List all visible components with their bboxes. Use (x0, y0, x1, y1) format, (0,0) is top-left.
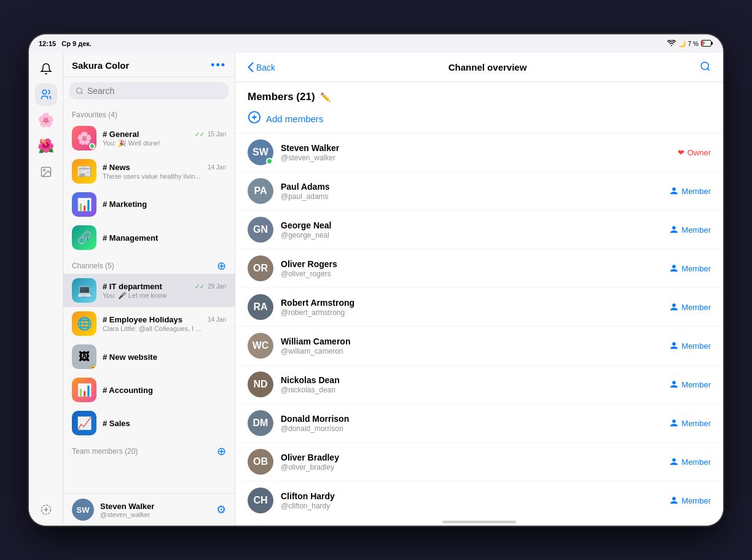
chat-time-holidays: 14 Jan (208, 316, 226, 323)
footer-handle: @steven_walker (100, 511, 210, 518)
member-role-label-nickolas: Member (681, 380, 711, 389)
member-info-donald: Donald Morrison @donald_morrison (281, 414, 662, 433)
status-time: 12:15 (39, 40, 56, 47)
svg-point-5 (43, 169, 45, 171)
member-item-steven-walker[interactable]: SW Steven Walker @steven_walker ❤ Owner (235, 133, 723, 172)
member-handle-donald: @donald_morrison (281, 424, 662, 433)
member-avatar-wrap-william: WC (248, 333, 273, 359)
member-role-george: Member (670, 225, 711, 235)
member-role-label-william: Member (681, 341, 711, 351)
member-avatar-paul: PA (248, 178, 273, 204)
chat-item-it[interactable]: 💻 # IT department ✓✓ 29 Jan You: 🎤 Let m… (63, 274, 235, 307)
member-handle-paul: @paul_adams (281, 192, 662, 201)
add-members-row[interactable]: Add members (235, 107, 723, 133)
team-members-add-btn[interactable]: ⊕ (217, 446, 226, 457)
member-avatar-donald: DM (248, 410, 273, 436)
add-members-icon (248, 111, 261, 126)
scroll-indicator-bar (235, 518, 723, 526)
member-name-clifton: Clifton Hardy (281, 491, 662, 501)
sidebar-header: Sakura Color ••• (63, 53, 235, 77)
member-avatar-clifton: CH (248, 488, 273, 513)
sakura2-icon-btn[interactable]: 🌺 (35, 135, 57, 157)
member-item-william-cameron[interactable]: WC William Cameron @william_cameron Memb… (235, 327, 723, 365)
channels-add-btn[interactable]: ⊕ (217, 260, 226, 271)
sakura1-icon-btn[interactable]: 🌸 (35, 109, 57, 131)
member-avatar-wrap-steven: SW (248, 139, 273, 165)
back-label: Back (256, 63, 275, 72)
member-name-paul: Paul Adams (281, 182, 662, 192)
member-item-robert-armstrong[interactable]: RA Robert Armstrong @robert_armstrong Me… (235, 288, 723, 327)
member-avatar-robert: RA (248, 294, 273, 320)
member-name-robert: Robert Armstrong (281, 298, 662, 308)
member-person-icon-4 (670, 303, 678, 311)
chat-preview-holidays: Clara Little: @all Colleagues, I ... (103, 325, 226, 332)
add-members-label: Add members (266, 114, 323, 124)
member-name-william: William Cameron (281, 336, 662, 346)
channels-label: Channels (5) (72, 262, 114, 270)
header-title: Channel overview (448, 62, 527, 72)
back-button[interactable]: Back (248, 62, 275, 72)
member-avatar-william: WC (248, 333, 273, 359)
chat-info-it: # IT department ✓✓ 29 Jan You: 🎤 Let me … (103, 282, 226, 300)
chat-item-management[interactable]: 🔗 # Management (63, 221, 235, 254)
favourites-section-header: Favourites (4) (63, 104, 235, 122)
sidebar-more-btn[interactable]: ••• (211, 59, 226, 72)
contacts-icon-btn[interactable] (35, 84, 57, 106)
sidebar-title: Sakura Color (72, 60, 129, 71)
member-name-steven: Steven Walker (281, 143, 670, 153)
member-item-paul-adams[interactable]: PA Paul Adams @paul_adams Member (235, 172, 723, 211)
member-info-robert: Robert Armstrong @robert_armstrong (281, 298, 662, 317)
footer-name: Steven Walker (100, 502, 210, 511)
chat-time-general: ✓✓ 15 Jan (195, 131, 226, 138)
member-handle-william: @william_cameron (281, 347, 662, 356)
members-header: Members (21) ✏️ (235, 82, 723, 107)
chat-item-accounting[interactable]: 📊 # Accounting (63, 373, 235, 406)
chat-avatar-accounting: 📊 (72, 378, 96, 402)
member-item-donald-morrison[interactable]: DM Donald Morrison @donald_morrison Memb… (235, 404, 723, 443)
member-item-clifton-hardy[interactable]: CH Clifton Hardy @clifton_hardy Member (235, 481, 723, 518)
team-members-label: Team members (20) (72, 447, 138, 456)
member-avatar-wrap-oliver-b: OB (248, 449, 273, 475)
footer-gear-btn[interactable]: ⚙ (216, 503, 226, 516)
chat-avatar-general: 🌸 (72, 126, 96, 150)
member-item-oliver-rogers[interactable]: OR Oliver Rogers @oliver_rogers Member (235, 249, 723, 288)
wifi-icon (667, 40, 676, 47)
chat-avatar-newweb: 🖼 🔒 (72, 344, 96, 369)
chat-name-holidays: # Employee Holidays (103, 315, 182, 324)
sidebar: Sakura Color ••• Favourites (4) (63, 53, 235, 526)
member-item-oliver-bradley[interactable]: OB Oliver Bradley @oliver_bradley Member (235, 443, 723, 481)
chat-item-general[interactable]: 🌸 # General ✓✓ 15 Jan You: 🎉 Well done! (63, 122, 235, 155)
member-person-icon-3 (670, 264, 678, 273)
member-handle-oliver-r: @oliver_rogers (281, 270, 662, 278)
member-role-label-paul: Member (681, 187, 711, 196)
member-item-george-neal[interactable]: GN George Neal @george_neal Member (235, 211, 723, 249)
owner-heart-icon: ❤ (678, 148, 684, 157)
member-role-nickolas: Member (670, 380, 711, 389)
chat-item-marketing[interactable]: 📊 # Marketing (63, 188, 235, 221)
member-handle-robert: @robert_armstrong (281, 308, 662, 317)
chat-item-sales[interactable]: 📈 # Sales (63, 406, 235, 440)
search-input[interactable] (87, 86, 222, 96)
app-layout: 🌸 🌺 Sakura Color (29, 53, 723, 526)
chat-avatar-sales: 📈 (72, 411, 96, 435)
online-indicator-steven (266, 158, 273, 165)
member-person-icon-5 (670, 341, 678, 350)
member-avatar-wrap-robert: RA (248, 294, 273, 320)
members-title: Members (21) (248, 91, 315, 103)
member-person-icon (670, 187, 678, 195)
chat-info-management: # Management (103, 233, 226, 243)
main-header: Back Channel overview (235, 53, 723, 82)
add-icon-btn[interactable] (35, 499, 57, 521)
bell-icon-btn[interactable] (35, 58, 57, 80)
svg-point-8 (701, 62, 708, 69)
chat-item-news[interactable]: 📰 # News 14 Jan These users value health… (63, 155, 235, 188)
chat-item-holidays[interactable]: 🌐 # Employee Holidays 14 Jan Clara Littl… (63, 307, 235, 340)
member-item-nickolas-dean[interactable]: ND Nickolas Dean @nickolas_dean Member (235, 365, 723, 404)
member-avatar-wrap-paul: PA (248, 178, 273, 204)
member-info-paul: Paul Adams @paul_adams (281, 182, 662, 201)
image-icon-btn[interactable] (35, 161, 57, 183)
header-search-btn[interactable] (700, 61, 711, 74)
chat-avatar-it: 💻 (72, 278, 96, 303)
chat-item-newweb[interactable]: 🖼 🔒 # New website (63, 340, 235, 373)
members-edit-btn[interactable]: ✏️ (320, 92, 331, 102)
